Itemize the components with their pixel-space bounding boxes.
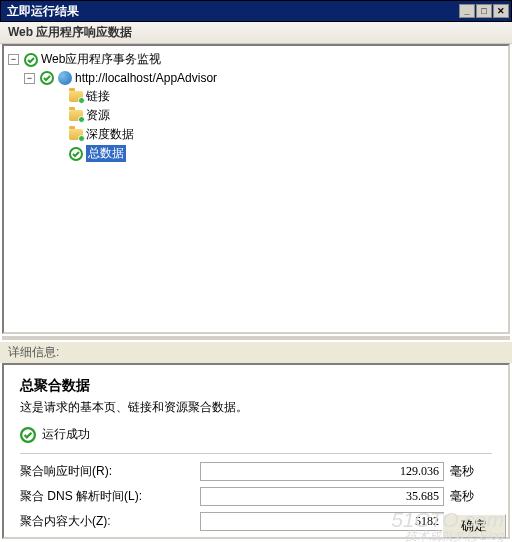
details-subtitle: 这是请求的基本页、链接和资源聚合数据。 xyxy=(20,399,492,416)
folder-icon xyxy=(68,89,84,105)
folder-icon xyxy=(68,127,84,143)
tree-url-label: http://localhost/AppAdvisor xyxy=(75,71,217,85)
collapse-icon[interactable]: − xyxy=(24,73,35,84)
toolbar: Web 应用程序响应数据 xyxy=(0,22,512,44)
metric-unit: 毫秒 xyxy=(450,488,490,505)
globe-icon xyxy=(57,70,73,86)
metric-label: 聚合 DNS 解析时间(L): xyxy=(20,488,200,505)
tree-item-label: 资源 xyxy=(86,107,110,124)
tree-root[interactable]: − Web应用程序事务监视 xyxy=(8,50,504,69)
metric-row: 聚合响应时间(R): 129.036 毫秒 xyxy=(20,462,492,481)
window-titlebar: 立即运行结果 _ □ ✕ xyxy=(0,0,512,22)
splitter[interactable] xyxy=(2,336,510,340)
tree-item-label: 总数据 xyxy=(86,145,126,162)
metric-unit: 毫秒 xyxy=(450,463,490,480)
success-icon xyxy=(39,70,55,86)
tree-root-label: Web应用程序事务监视 xyxy=(41,51,161,68)
window-title: 立即运行结果 xyxy=(7,3,79,20)
success-icon xyxy=(20,427,36,443)
metric-value: 5182 xyxy=(200,512,444,531)
maximize-button[interactable]: □ xyxy=(476,4,492,18)
status-row: 运行成功 xyxy=(20,426,492,443)
details-title: 总聚合数据 xyxy=(20,377,492,395)
metric-value: 35.685 xyxy=(200,487,444,506)
metric-label: 聚合响应时间(R): xyxy=(20,463,200,480)
tree-item-label: 链接 xyxy=(86,88,110,105)
window-controls: _ □ ✕ xyxy=(458,4,509,18)
tree-item[interactable]: 深度数据 xyxy=(8,125,504,144)
details-pane: 总聚合数据 这是请求的基本页、链接和资源聚合数据。 运行成功 聚合响应时间(R)… xyxy=(2,363,510,539)
metric-row: 聚合内容大小(Z): 5182 字节 xyxy=(20,512,492,531)
status-text: 运行成功 xyxy=(42,426,90,443)
divider xyxy=(20,453,492,454)
details-header: 详细信息: xyxy=(0,342,512,363)
tree-pane[interactable]: − Web应用程序事务监视 − http://localhost/AppAdvi… xyxy=(2,44,510,334)
tree-item[interactable]: 资源 xyxy=(8,106,504,125)
tree-url-node[interactable]: − http://localhost/AppAdvisor xyxy=(8,69,504,87)
close-button[interactable]: ✕ xyxy=(493,4,509,18)
success-icon xyxy=(23,52,39,68)
collapse-icon[interactable]: − xyxy=(8,54,19,65)
footer: 确定 xyxy=(442,514,506,538)
metric-label: 聚合内容大小(Z): xyxy=(20,513,200,530)
metric-row: 聚合 DNS 解析时间(L): 35.685 毫秒 xyxy=(20,487,492,506)
tree-item-label: 深度数据 xyxy=(86,126,134,143)
tree-item-selected[interactable]: 总数据 xyxy=(8,144,504,163)
metric-value: 129.036 xyxy=(200,462,444,481)
tree-item[interactable]: 链接 xyxy=(8,87,504,106)
toolbar-title: Web 应用程序响应数据 xyxy=(8,24,132,41)
minimize-button[interactable]: _ xyxy=(459,4,475,18)
ok-button[interactable]: 确定 xyxy=(442,514,506,538)
success-icon xyxy=(68,146,84,162)
folder-icon xyxy=(68,108,84,124)
